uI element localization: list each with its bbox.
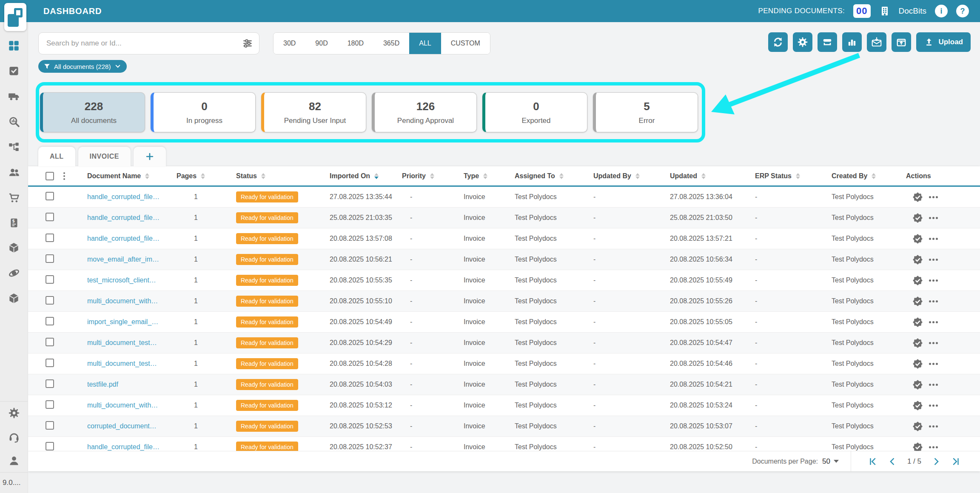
document-link[interactable]: multi_document_test…	[87, 360, 157, 367]
document-link[interactable]: handle_corrupted_file…	[87, 193, 160, 200]
sidebar-item-package[interactable]	[8, 242, 20, 254]
verified-badge-icon[interactable]	[912, 359, 923, 369]
document-link[interactable]: testfile.pdf	[87, 381, 118, 388]
last-page-button[interactable]	[951, 457, 960, 466]
status-card-in-progress[interactable]: 0In progress	[151, 92, 256, 132]
status-card-exported[interactable]: 0Exported	[482, 92, 587, 132]
sidebar-item-truck[interactable]	[8, 90, 20, 102]
upload-button[interactable]: Upload	[916, 32, 971, 52]
date-filter-90d[interactable]: 90D	[305, 33, 337, 54]
row-checkbox[interactable]	[46, 442, 54, 450]
verified-badge-icon[interactable]	[912, 379, 923, 390]
info-button[interactable]: i	[935, 5, 948, 17]
row-checkbox[interactable]	[46, 234, 54, 242]
bar-chart-button[interactable]	[842, 32, 862, 52]
app-logo[interactable]	[4, 3, 26, 31]
column-header-updated[interactable]: Updated	[664, 172, 749, 180]
more-actions-icon[interactable]	[929, 342, 938, 344]
column-header-created-by[interactable]: Created By	[825, 172, 900, 180]
row-checkbox[interactable]	[46, 421, 54, 430]
document-link[interactable]: multi_document_with…	[87, 402, 158, 409]
more-actions-icon[interactable]	[929, 238, 938, 240]
document-link[interactable]: handle_corrupted_file…	[87, 235, 160, 242]
sidebar-item-package2[interactable]	[8, 293, 20, 304]
sidebar-item-cart[interactable]	[8, 192, 20, 204]
row-checkbox[interactable]	[46, 275, 54, 284]
sidebar-item-dashboard[interactable]	[8, 40, 20, 51]
first-page-button[interactable]	[868, 457, 877, 466]
document-link[interactable]: multi_document_test…	[87, 339, 157, 346]
previous-page-button[interactable]	[888, 457, 897, 466]
document-link[interactable]: handle_corrupted_file…	[87, 443, 160, 450]
status-card-all-documents[interactable]: 228All documents	[40, 92, 145, 132]
mail-import-button[interactable]	[867, 32, 886, 52]
tune-filter-icon[interactable]	[242, 38, 253, 49]
row-checkbox[interactable]	[46, 379, 54, 388]
column-header-erp-status[interactable]: ERP Status	[749, 172, 825, 180]
verified-badge-icon[interactable]	[912, 338, 923, 348]
status-card-pending-user-input[interactable]: 82Pending User Input	[261, 92, 366, 132]
verified-badge-icon[interactable]	[912, 254, 923, 265]
sidebar-item-integrations[interactable]	[8, 267, 20, 279]
verified-badge-icon[interactable]	[912, 275, 923, 286]
sidebar-item-profile[interactable]	[8, 455, 20, 467]
column-header-assigned-to[interactable]: Assigned To	[508, 172, 587, 180]
more-actions-icon[interactable]	[929, 279, 938, 282]
next-page-button[interactable]	[932, 457, 941, 466]
row-checkbox[interactable]	[46, 359, 54, 367]
document-link[interactable]: multi_document_with…	[87, 297, 158, 305]
verified-badge-icon[interactable]	[912, 400, 923, 411]
sidebar-item-analytics[interactable]	[8, 116, 20, 128]
sort-arrows-icon[interactable]	[145, 173, 149, 179]
date-filter-365d[interactable]: 365D	[373, 33, 409, 54]
verified-badge-icon[interactable]	[912, 234, 923, 244]
more-actions-icon[interactable]	[929, 363, 938, 365]
sort-arrows-icon[interactable]	[559, 173, 564, 179]
column-header-updated-by[interactable]: Updated By	[587, 172, 664, 180]
column-header-document-name[interactable]: Document Name	[81, 172, 170, 180]
document-link[interactable]: import_single_email_…	[87, 318, 158, 325]
sidebar-item-invoice[interactable]: $	[9, 217, 20, 228]
sort-arrows-icon[interactable]	[261, 173, 265, 179]
tab-all[interactable]: ALL	[38, 147, 75, 166]
sidebar-item-headset[interactable]	[8, 431, 20, 443]
row-checkbox[interactable]	[46, 254, 54, 263]
date-filter-30d[interactable]: 30D	[273, 33, 305, 54]
sort-arrows-icon[interactable]	[701, 173, 706, 179]
help-button[interactable]: ?	[956, 5, 969, 17]
date-filter-180d[interactable]: 180D	[338, 33, 373, 54]
sort-arrows-icon[interactable]	[872, 173, 876, 179]
more-actions-icon[interactable]	[929, 425, 938, 427]
documents-filter-chip[interactable]: All documents (228)	[38, 60, 127, 73]
export-box-button[interactable]	[892, 32, 911, 52]
search-input[interactable]	[46, 39, 242, 48]
more-actions-icon[interactable]	[929, 300, 938, 302]
column-header-priority[interactable]: Priority	[396, 172, 457, 180]
row-checkbox[interactable]	[46, 317, 54, 325]
tab-invoice[interactable]: INVOICE	[78, 147, 131, 166]
document-link[interactable]: handle_corrupted_file…	[87, 214, 160, 221]
sidebar-item-workflow[interactable]	[8, 141, 20, 153]
document-link[interactable]: corrupted_document…	[87, 422, 157, 430]
more-actions-icon[interactable]	[929, 196, 938, 198]
verified-badge-icon[interactable]	[912, 296, 923, 307]
sort-arrows-icon[interactable]	[635, 173, 640, 179]
document-link[interactable]: move_email_after_im…	[87, 256, 159, 263]
column-header-pages[interactable]: Pages	[170, 172, 230, 180]
sort-arrows-icon[interactable]	[796, 173, 800, 179]
verified-badge-icon[interactable]	[912, 192, 923, 202]
column-header-imported-on[interactable]: Imported On	[323, 172, 396, 180]
row-checkbox[interactable]	[46, 296, 54, 305]
verified-badge-icon[interactable]	[912, 421, 923, 432]
date-filter-custom[interactable]: CUSTOM	[441, 33, 490, 54]
row-checkbox[interactable]	[46, 400, 54, 409]
sort-arrows-icon[interactable]	[201, 173, 205, 179]
more-actions-icon[interactable]	[929, 321, 938, 323]
kebab-menu-icon[interactable]	[63, 171, 66, 181]
verified-badge-icon[interactable]	[912, 213, 923, 223]
status-card-pending-approval[interactable]: 126Pending Approval	[372, 92, 477, 132]
row-checkbox[interactable]	[46, 338, 54, 346]
more-actions-icon[interactable]	[929, 217, 938, 219]
date-filter-all[interactable]: ALL	[409, 33, 441, 54]
sidebar-item-users[interactable]	[8, 166, 20, 178]
